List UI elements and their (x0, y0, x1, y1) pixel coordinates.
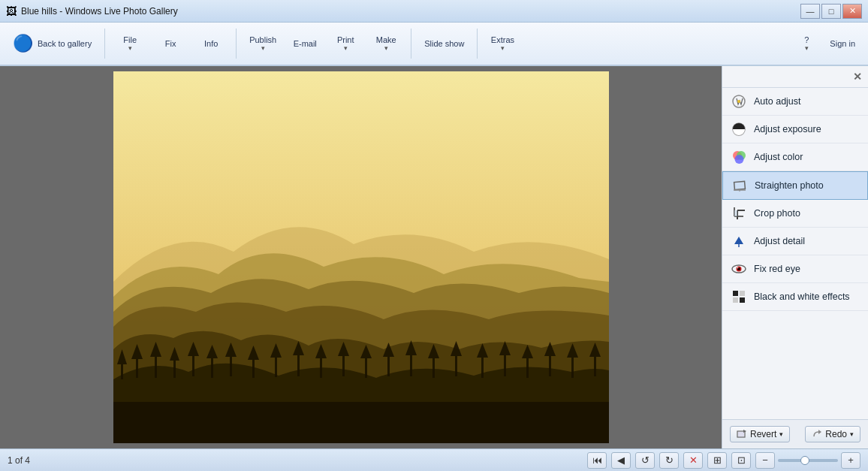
black-white-item[interactable]: Black and white effects (722, 283, 868, 311)
svg-rect-22 (320, 356, 322, 378)
crop-photo-icon (731, 206, 746, 221)
adjust-detail-label: Adjust detail (754, 236, 805, 246)
adjust-color-label: Adjust color (754, 152, 803, 162)
redo-label: Redo (825, 429, 847, 439)
sep-2 (236, 29, 237, 59)
adjust-color-item[interactable]: Adjust color (722, 143, 868, 171)
svg-rect-32 (432, 356, 435, 378)
adjust-detail-item[interactable]: Adjust detail (722, 228, 868, 255)
back-to-gallery-button[interactable]: 🔵 Back to gallery (6, 25, 98, 62)
first-photo-button[interactable]: ⏮ (587, 452, 607, 469)
revert-arrow-icon: ▾ (779, 430, 783, 438)
auto-adjust-item[interactable]: Auto adjust (722, 88, 868, 116)
svg-rect-18 (275, 355, 277, 377)
maximize-button[interactable]: □ (821, 4, 841, 19)
svg-rect-14 (230, 355, 232, 376)
svg-rect-28 (387, 355, 390, 376)
svg-rect-44 (571, 356, 574, 378)
svg-rect-42 (549, 354, 551, 376)
zoom-in-button[interactable]: + (841, 452, 860, 469)
file-arrow-icon: ▾ (127, 44, 134, 52)
svg-rect-16 (252, 358, 255, 378)
zoom-controls: − + (755, 452, 860, 469)
svg-rect-26 (365, 357, 367, 378)
zoom-slider-thumb[interactable] (800, 456, 809, 465)
publish-menu-button[interactable]: Publish ▾ (243, 25, 283, 62)
signin-button[interactable]: Sign in (823, 25, 862, 62)
svg-rect-12 (211, 357, 213, 378)
panel-items: Auto adjust Adjust exposure Adjust color (722, 88, 868, 311)
svg-rect-34 (455, 354, 457, 376)
slideshow-button[interactable]: Slide show (417, 25, 471, 62)
email-label: E-mail (294, 39, 317, 48)
auto-adjust-icon (731, 94, 746, 109)
minimize-button[interactable]: — (800, 4, 820, 19)
panel-close-button[interactable]: ✕ (853, 71, 862, 83)
crop-photo-label: Crop photo (754, 208, 800, 219)
svg-rect-40 (526, 357, 529, 378)
adjust-detail-icon (731, 234, 746, 249)
auto-adjust-label: Auto adjust (754, 96, 801, 107)
email-button[interactable]: E-mail (286, 25, 324, 62)
panel-footer: Revert ▾ Redo ▾ (722, 419, 868, 448)
zoom-slider[interactable] (778, 459, 838, 462)
crop-photo-item[interactable]: Crop photo (722, 200, 868, 228)
window-controls: — □ ✕ (800, 4, 862, 19)
sep-1 (104, 29, 105, 59)
svg-rect-8 (173, 358, 176, 378)
actual-size-button[interactable]: ⊡ (731, 452, 751, 469)
back-icon: 🔵 (13, 34, 33, 53)
svg-rect-20 (297, 353, 300, 376)
sep-4 (477, 29, 478, 59)
fix-button[interactable]: Fix (152, 25, 189, 62)
svg-marker-62 (734, 237, 743, 244)
straighten-photo-label: Straighten photo (755, 180, 824, 191)
display-button[interactable]: ⊞ (707, 452, 727, 469)
straighten-photo-item[interactable]: Straighten photo (722, 171, 868, 200)
delete-button[interactable]: ✕ (683, 452, 703, 469)
svg-marker-74 (818, 430, 821, 434)
extras-menu-button[interactable]: Extras ▾ (484, 25, 521, 62)
svg-rect-6 (155, 355, 157, 378)
svg-rect-68 (733, 291, 738, 296)
fix-red-eye-icon (731, 261, 746, 276)
svg-rect-71 (740, 297, 745, 303)
info-button[interactable]: Info (192, 25, 230, 62)
adjust-exposure-item[interactable]: Adjust exposure (722, 116, 868, 143)
file-menu-button[interactable]: File ▾ (111, 25, 149, 62)
svg-rect-69 (740, 291, 745, 296)
revert-button[interactable]: Revert ▾ (730, 426, 790, 442)
fix-red-eye-item[interactable]: Fix red eye (722, 255, 868, 283)
redo-button[interactable]: Redo ▾ (805, 426, 860, 442)
adjust-exposure-label: Adjust exposure (754, 124, 821, 134)
file-label: File (123, 35, 137, 44)
black-white-icon (731, 289, 746, 304)
revert-icon (737, 429, 747, 439)
svg-rect-54 (734, 181, 746, 189)
help-label: ? (804, 35, 809, 44)
print-arrow-icon: ▾ (342, 44, 349, 52)
main-area: ✕ Auto adjust Adjust exposure (0, 66, 868, 448)
rotate-ccw-button[interactable]: ↺ (635, 452, 655, 469)
photo-canvas (113, 71, 609, 443)
svg-rect-61 (734, 210, 737, 216)
svg-rect-70 (733, 297, 738, 303)
close-button[interactable]: ✕ (842, 4, 862, 19)
bottombar: 1 of 4 ⏮ ◀ ↺ ↻ ✕ ⊞ ⊡ − + (0, 448, 868, 471)
svg-rect-46 (594, 355, 596, 376)
signin-label: Sign in (830, 39, 855, 48)
print-menu-button[interactable]: Print ▾ (327, 25, 364, 62)
svg-rect-30 (410, 353, 412, 376)
app-icon: 🖼 (6, 5, 17, 17)
panel-header: ✕ (722, 66, 868, 88)
zoom-out-button[interactable]: − (755, 452, 775, 469)
rotate-cw-button[interactable]: ↻ (659, 452, 679, 469)
publish-label: Publish (249, 35, 276, 44)
revert-label: Revert (750, 429, 776, 439)
make-menu-button[interactable]: Make ▾ (367, 25, 405, 62)
right-panel: ✕ Auto adjust Adjust exposure (722, 66, 868, 448)
redo-icon (812, 429, 822, 439)
prev-photo-button[interactable]: ◀ (611, 452, 631, 469)
svg-point-49 (737, 100, 740, 103)
help-menu-button[interactable]: ? ▾ (793, 25, 820, 62)
